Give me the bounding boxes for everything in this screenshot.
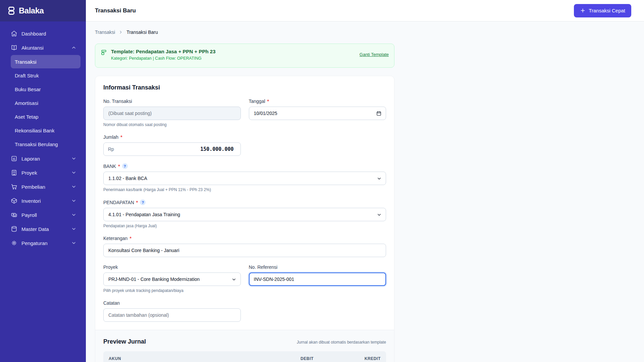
page-title: Transaksi Baru xyxy=(95,7,136,14)
chevron-down-icon xyxy=(71,184,76,189)
preview-title: Preview Jurnal xyxy=(103,338,146,345)
field-proyek: Proyek PRJ-MND-01 - Core Banking Moderni… xyxy=(103,264,241,293)
chevron-down-icon xyxy=(71,240,76,246)
quick-transaction-button[interactable]: Transaksi Cepat xyxy=(574,4,631,17)
required-marker: * xyxy=(118,164,120,169)
chevron-down-icon xyxy=(71,198,76,203)
sidebar-item-pengaturan[interactable]: Pengaturan xyxy=(5,236,80,250)
breadcrumb-parent[interactable]: Transaksi xyxy=(95,29,115,35)
content-area: Transaksi Transaksi Baru Template: Penda… xyxy=(86,21,644,362)
sidebar-item-label: Laporan xyxy=(21,156,67,162)
field-referensi: No. Referensi xyxy=(249,264,386,293)
referensi-label: No. Referensi xyxy=(249,264,278,270)
sidebar-subitem-amortisasi[interactable]: Amortisasi xyxy=(11,96,80,110)
field-pendapatan: PENDAPATAN * ? 4.1.01 - Pendapatan Jasa … xyxy=(103,199,386,228)
col-debit: DEBIT xyxy=(253,356,314,361)
chevron-down-icon xyxy=(71,212,76,218)
field-catatan: Catatan xyxy=(103,300,241,322)
field-tanggal: Tanggal * 10/01/2025 xyxy=(249,99,386,127)
sidebar-subitem-transaksi-berulang[interactable]: Transaksi Berulang xyxy=(11,137,80,151)
transaction-form: Informasi Transaksi No. Transaksi Nomor … xyxy=(95,76,394,330)
sidebar-item-master-data[interactable]: Master Data xyxy=(5,222,80,236)
balaka-logo-icon xyxy=(7,6,16,15)
template-banner: Template: Pendapatan Jasa + PPN + PPh 23… xyxy=(95,44,394,68)
sidebar-subitem-rekonsiliasi-bank[interactable]: Rekonsiliasi Bank xyxy=(11,124,80,137)
sidebar-item-akuntansi[interactable]: Akuntansi xyxy=(5,41,80,54)
preview-note: Jurnal akan dibuat otomatis berdasarkan … xyxy=(297,340,386,345)
sidebar: Balaka DashboardAkuntansiTransaksiDraft … xyxy=(0,0,86,362)
referensi-input[interactable] xyxy=(249,273,386,286)
bank-helper: Penerimaan kas/bank (Harga Jual + PPN 11… xyxy=(103,187,386,192)
sidebar-subitem-draft-struk[interactable]: Draft Struk xyxy=(11,69,80,82)
cart-icon xyxy=(11,183,17,190)
sidebar-item-proyek[interactable]: Proyek xyxy=(5,166,80,179)
field-keterangan: Keterangan * xyxy=(103,236,386,257)
jurnal-table-header: AKUN DEBIT KREDIT xyxy=(103,351,386,362)
change-template-link[interactable]: Ganti Template xyxy=(360,52,389,57)
transaction-card: Informasi Transaksi No. Transaksi Nomor … xyxy=(95,76,394,362)
chevron-down-icon xyxy=(231,277,236,282)
pendapatan-select[interactable]: 4.1.01 - Pendapatan Jasa Training xyxy=(103,208,386,221)
chevron-down-icon xyxy=(71,226,76,232)
catatan-input[interactable] xyxy=(103,308,241,322)
book-open-icon xyxy=(11,44,17,51)
required-marker: * xyxy=(136,200,138,205)
proyek-helper: Pilih proyek untuk tracking pendapatan/b… xyxy=(103,288,241,293)
field-no-transaksi: No. Transaksi Nomor dibuat otomatis saat… xyxy=(103,99,241,127)
cube-icon xyxy=(11,197,17,204)
sidebar-item-label: Pengaturan xyxy=(21,240,67,246)
sidebar-subitem-aset-tetap[interactable]: Aset Tetap xyxy=(11,110,80,123)
sidebar-item-label: Pembelian xyxy=(21,184,67,190)
template-title: Template: Pendapatan Jasa + PPN + PPh 23 xyxy=(111,49,356,54)
no-transaksi-helper: Nomor dibuat otomatis saat posting xyxy=(103,122,241,127)
building-icon xyxy=(11,169,17,176)
field-bank: BANK * ? 1.1.02 - Bank BCA Penerimaan ka… xyxy=(103,163,386,192)
preview-jurnal-section: Preview Jurnal Jurnal akan dibuat otomat… xyxy=(95,330,394,362)
sidebar-submenu-akuntansi: TransaksiDraft StrukBuku BesarAmortisasi… xyxy=(5,55,80,152)
required-marker: * xyxy=(129,236,131,241)
proyek-select[interactable]: PRJ-MND-01 - Core Banking Modernization xyxy=(103,273,241,286)
sidebar-subitem-transaksi[interactable]: Transaksi xyxy=(11,55,80,68)
chevron-right-icon xyxy=(118,30,123,35)
sidebar-item-laporan[interactable]: Laporan xyxy=(5,152,80,165)
form-wrap: Template: Pendapatan Jasa + PPN + PPh 23… xyxy=(95,44,394,362)
catatan-label: Catatan xyxy=(103,300,120,306)
field-jumlah: Jumlah * Rp xyxy=(103,134,241,156)
sidebar-item-inventori[interactable]: Inventori xyxy=(5,194,80,207)
plus-icon xyxy=(580,8,586,13)
sidebar-item-pembelian[interactable]: Pembelian xyxy=(5,180,80,193)
pendapatan-helper: Pendapatan jasa (Harga Jual) xyxy=(103,224,386,228)
main-column: Transaksi Baru Transaksi Cepat Transaksi… xyxy=(86,0,644,362)
pendapatan-help-icon[interactable]: ? xyxy=(140,199,146,205)
topbar: Transaksi Baru Transaksi Cepat xyxy=(86,0,644,21)
bank-select[interactable]: 1.1.02 - Bank BCA xyxy=(103,172,386,185)
sidebar-subitem-buku-besar[interactable]: Buku Besar xyxy=(11,82,80,96)
calendar-icon[interactable] xyxy=(376,111,382,116)
chevron-down-icon xyxy=(71,156,76,161)
sidebar-item-label: Master Data xyxy=(21,226,67,232)
chevron-down-icon xyxy=(71,170,76,175)
chevron-down-icon xyxy=(377,212,382,217)
brand-logo[interactable]: Balaka xyxy=(0,0,86,21)
required-marker: * xyxy=(120,134,122,140)
no-transaksi-input[interactable] xyxy=(103,107,241,120)
sidebar-nav: DashboardAkuntansiTransaksiDraft StrukBu… xyxy=(0,21,86,256)
sidebar-item-payroll[interactable]: Payroll xyxy=(5,208,80,222)
jumlah-input[interactable] xyxy=(103,142,241,156)
bank-help-icon[interactable]: ? xyxy=(122,163,128,169)
tanggal-date-input[interactable]: 10/01/2025 xyxy=(249,107,386,120)
sidebar-item-label: Akuntansi xyxy=(21,45,67,51)
sidebar-item-dashboard[interactable]: Dashboard xyxy=(5,27,80,40)
template-subtitle: Kategori: Pendapatan | Cash Flow: OPERAT… xyxy=(111,56,356,61)
brand-name: Balaka xyxy=(19,6,44,15)
sidebar-item-label: Inventori xyxy=(21,198,67,204)
chevron-up-icon xyxy=(71,45,76,50)
breadcrumb: Transaksi Transaksi Baru xyxy=(95,29,635,35)
currency-prefix: Rp xyxy=(108,146,114,152)
gear-icon xyxy=(11,240,17,246)
proyek-label: Proyek xyxy=(103,264,118,270)
keterangan-input[interactable] xyxy=(103,244,386,257)
tanggal-label: Tanggal xyxy=(249,99,265,104)
keterangan-label: Keterangan xyxy=(103,236,127,241)
section-title: Informasi Transaksi xyxy=(103,84,386,91)
